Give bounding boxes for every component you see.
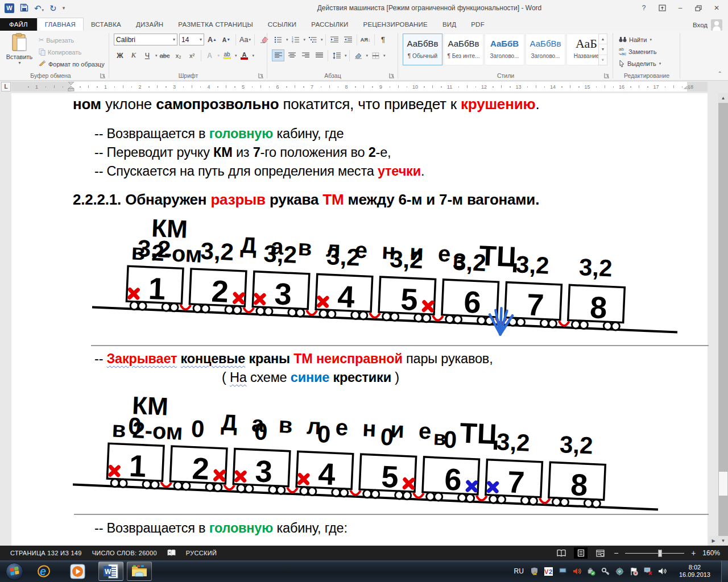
scroll-right-icon[interactable]: ▶	[709, 536, 718, 546]
ribbon-tab-4[interactable]: РАЗМЕТКА СТРАНИЦЫ	[171, 18, 260, 31]
save-icon[interactable]	[20, 3, 28, 13]
styles-scroll-up-icon[interactable]: ▲	[599, 34, 607, 44]
subscript-button[interactable]: x₂	[172, 49, 185, 61]
zoom-in-icon[interactable]: +	[690, 548, 697, 558]
decrease-indent-icon[interactable]	[328, 34, 341, 45]
tray-network-error-icon[interactable]	[644, 567, 653, 576]
line-spacing-icon[interactable]	[330, 49, 343, 61]
borders-icon[interactable]	[369, 49, 382, 61]
bold-button[interactable]: Ж	[114, 49, 126, 61]
tray-settings-clock-icon[interactable]	[615, 567, 624, 576]
sort-icon[interactable]: АЯ↓	[359, 34, 372, 45]
taskbar-ie-icon[interactable]: e	[31, 562, 56, 581]
help-icon[interactable]: ?	[636, 2, 652, 14]
paste-button[interactable]: Вставить ▾	[5, 33, 34, 65]
sign-in[interactable]: Вход	[693, 19, 728, 31]
paragraph-dialog-launcher-icon[interactable]	[389, 73, 395, 78]
tab-selector[interactable]: L	[1, 82, 11, 92]
undo-icon[interactable]: ↶▾	[34, 4, 44, 13]
bullets-icon[interactable]	[272, 34, 284, 45]
style-card-0[interactable]: АаБбВв¶ Обычный	[403, 34, 442, 65]
tray-clock[interactable]: 8:02 16.09.2013	[672, 564, 716, 579]
font-size-select[interactable]: 14▾	[179, 34, 204, 45]
ribbon-tab-6[interactable]: РАССЫЛКИ	[304, 18, 355, 31]
tray-language[interactable]: RU	[514, 567, 524, 575]
shrink-font-button[interactable]: А▼	[220, 34, 233, 45]
align-center-icon[interactable]	[286, 49, 298, 61]
restore-icon[interactable]	[690, 2, 706, 14]
multilevel-list-icon[interactable]	[307, 34, 319, 45]
highlight-button[interactable]: ab	[221, 49, 233, 61]
customize-qat-icon[interactable]: ▾	[63, 6, 65, 11]
format-painter-button[interactable]: Формат по образцу	[36, 58, 107, 70]
redo-icon[interactable]: ↻	[49, 4, 57, 13]
grow-font-button[interactable]: А▲	[206, 34, 218, 45]
tray-vnc-icon[interactable]: V2	[544, 567, 553, 576]
font-color-button[interactable]: А	[238, 49, 251, 61]
select-button[interactable]: Выделить▾	[617, 57, 663, 69]
tray-volume-manager-icon[interactable]	[573, 567, 582, 576]
zoom-out-icon[interactable]: −	[613, 548, 619, 558]
superscript-button[interactable]: x²	[186, 49, 198, 61]
find-button[interactable]: Найти▾	[617, 34, 663, 45]
underline-button[interactable]: Ч	[141, 49, 154, 61]
collapse-ribbon-icon[interactable]: ⌃	[718, 70, 722, 77]
tray-key-icon[interactable]	[601, 567, 610, 576]
word-app-icon[interactable]: W	[5, 3, 14, 13]
ribbon-tab-7[interactable]: РЕЦЕНЗИРОВАНИЕ	[356, 18, 435, 31]
font-family-select[interactable]: Calibri▾	[114, 34, 177, 45]
taskbar-explorer-icon[interactable]	[127, 562, 152, 581]
ribbon-tab-3[interactable]: ДИЗАЙН	[129, 18, 171, 31]
print-layout-icon[interactable]	[574, 547, 588, 559]
page-indicator[interactable]: СТРАНИЦА 132 ИЗ 149	[10, 550, 82, 556]
tray-usb-device-icon[interactable]	[587, 567, 596, 576]
tray-display-icon[interactable]	[559, 567, 568, 576]
ribbon-tab-8[interactable]: ВИД	[435, 18, 464, 31]
horizontal-ruler[interactable]: 1123456789101112131415161718	[11, 82, 708, 92]
cut-button[interactable]: ✂Вырезать	[36, 34, 107, 46]
zoom-slider[interactable]	[625, 553, 684, 554]
taskbar-wmp-icon[interactable]	[65, 562, 90, 581]
italic-button[interactable]: К	[127, 49, 140, 61]
tray-speaker-icon[interactable]	[658, 567, 667, 576]
copy-button[interactable]: Копировать	[36, 46, 107, 58]
justify-icon[interactable]	[313, 49, 325, 61]
scrollbar-thumb[interactable]	[719, 472, 727, 496]
word-count[interactable]: ЧИСЛО СЛОВ: 26000	[92, 550, 157, 556]
vertical-scrollbar[interactable]: ▲ ▼	[718, 93, 728, 546]
scroll-up-icon[interactable]: ▲	[718, 93, 728, 103]
strikethrough-button[interactable]: abc	[159, 49, 171, 61]
align-right-icon[interactable]	[299, 49, 312, 61]
proofing-icon[interactable]	[167, 549, 176, 558]
document-page[interactable]: ном уклоне самопрозвольно покатится, что…	[11, 93, 708, 546]
styles-more-icon[interactable]: ⩛	[599, 55, 607, 65]
style-card-2[interactable]: АаБбВЗаголово...	[485, 34, 524, 65]
minimize-icon[interactable]: –	[672, 2, 688, 14]
style-card-1[interactable]: АаБбВв¶ Без инте...	[444, 34, 483, 65]
ribbon-display-options-icon[interactable]	[654, 2, 670, 14]
font-dialog-launcher-icon[interactable]	[258, 73, 264, 78]
scroll-down-icon[interactable]: ▼	[718, 536, 728, 546]
close-icon[interactable]: ✕	[709, 2, 725, 14]
tray-action-center-icon[interactable]	[630, 567, 639, 576]
show-marks-icon[interactable]: ¶	[377, 34, 390, 45]
read-mode-icon[interactable]	[555, 547, 568, 559]
numbering-icon[interactable]: 123	[289, 34, 302, 45]
ribbon-tab-5[interactable]: ССЫЛКИ	[260, 18, 304, 31]
clipboard-dialog-launcher-icon[interactable]	[100, 73, 106, 78]
web-layout-icon[interactable]	[593, 547, 607, 559]
start-button[interactable]	[6, 563, 23, 580]
ribbon-tab-2[interactable]: ВСТАВКА	[84, 18, 129, 31]
change-case-button[interactable]: Аа▾	[239, 34, 251, 45]
zoom-slider-thumb[interactable]	[658, 550, 662, 557]
replace-button[interactable]: ab⤷ac Заменить	[617, 45, 663, 57]
zoom-level[interactable]: 160%	[702, 549, 720, 557]
style-card-3[interactable]: АаБбВвЗаголово...	[526, 34, 565, 65]
ribbon-tab-1[interactable]: ГЛАВНАЯ	[37, 18, 84, 31]
styles-dialog-launcher-icon[interactable]	[604, 73, 610, 78]
language-indicator[interactable]: РУССКИЙ	[186, 550, 217, 556]
show-desktop-button[interactable]	[721, 560, 728, 582]
text-effects-button[interactable]: А	[204, 49, 216, 61]
align-left-icon[interactable]	[272, 49, 284, 61]
shading-icon[interactable]	[352, 49, 365, 61]
